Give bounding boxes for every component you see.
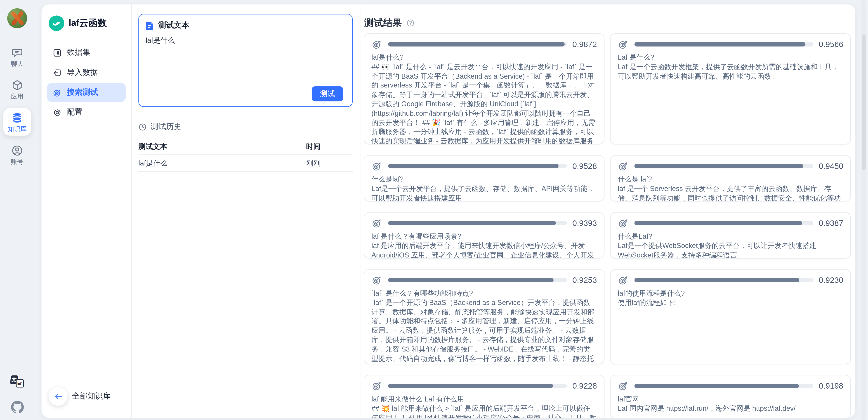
sidebar-item-label: 搜索测试 [67,88,98,97]
result-question: laf官网 [618,395,843,404]
result-answer: ## 👀 `laf` 是什么 - `laf` 是云开发平台，可以快速的开发应用 … [371,62,597,145]
rail-item-knowledge-base[interactable]: 知识库 [3,108,31,136]
score-value: 0.9528 [572,161,597,171]
target-icon [371,160,382,172]
result-card: 0.9393 laf 是什么？有哪些应用场景? laf 是应用的后端开发平台，能… [364,212,604,259]
result-answer: Laf是一个云开发平台，提供了云函数、存储、数据库、API网关等功能，可以帮助开… [371,184,597,202]
test-text-header: 测试文本 [146,21,345,31]
score-value: 0.9230 [819,276,843,284]
sidebar-item-label: 导入数据 [67,68,98,78]
score-bar-fill [634,278,800,282]
target-icon [53,88,62,97]
cube-icon [11,79,23,91]
result-answer: ## 💥 laf 能用来做什么 > `laf` 是应用的后端开发平台，理论上可以… [371,404,597,418]
score-bar-fill [634,221,802,226]
result-card: 0.9198 laf官网 Laf 国内官网是 https://laf.run/，… [610,375,851,418]
score-value: 0.9253 [572,276,597,284]
score-bar-track [388,164,567,169]
result-card-header: 0.9253 [371,275,597,286]
test-history-title: 测试历史 [151,122,182,132]
result-card-header: 0.9230 [618,275,843,286]
target-icon [371,380,382,391]
sidebar-item-search-test[interactable]: 搜索测试 [47,83,126,102]
language-switch-icon[interactable]: 文 En [11,375,24,387]
score-value: 0.9450 [819,161,843,171]
score-value: 0.9198 [819,381,843,390]
rail-item-label: 应用 [11,93,24,99]
help-icon[interactable] [406,19,415,27]
rail-item-label: 账号 [11,158,24,165]
app-window: 聊天 应用 知识库 [0,0,868,420]
kb-sidebar: laf云函数 数据集 导入数据 [41,4,132,418]
result-question: 什么是Laf? [618,232,843,241]
result-card-header: 0.9872 [371,39,597,50]
score-bar-track [634,164,813,169]
rail-item-apps[interactable]: 应用 [3,75,31,103]
back-to-kb-list-button[interactable] [49,387,68,406]
sidebar-item-dataset[interactable]: 数据集 [47,43,126,62]
target-icon [618,39,629,50]
dataset-icon [53,48,62,57]
sidebar-item-label: 数据集 [67,48,90,58]
score-bar-fill [634,164,804,169]
sidebar-item-import-data[interactable]: 导入数据 [47,63,126,82]
history-header-row: 测试文本 时间 [138,138,352,154]
score-value: 0.9566 [819,40,843,49]
rail-bottom: 文 En [0,375,34,414]
left-rail: 聊天 应用 知识库 [0,0,34,420]
history-row-text: laf是什么 [138,158,306,168]
results-grid: 0.9872 laf是什么? ## 👀 `laf` 是什么 - `laf` 是云… [364,33,851,418]
result-card-header: 0.9387 [618,217,843,229]
database-icon [11,112,23,124]
github-icon[interactable] [11,400,24,413]
import-icon [53,68,62,77]
score-bar-track [388,384,567,388]
run-test-button[interactable]: 测试 [312,86,343,101]
result-card: 0.9872 laf是什么? ## 👀 `laf` 是什么 - `laf` 是云… [364,33,604,145]
kb-logo-icon [49,16,64,31]
score-bar-track [388,221,567,226]
rail-item-account[interactable]: 账号 [3,141,31,168]
rail-item-chat[interactable]: 聊天 [3,43,31,70]
result-question: laf的使用流程是什么? [618,289,843,298]
score-bar-fill [388,384,553,388]
result-question: laf是什么? [371,53,597,62]
score-bar-track [634,384,813,388]
kb-menu: 数据集 导入数据 搜索测试 [47,43,126,122]
result-card-header: 0.9528 [371,160,597,172]
result-question: laf 能用来做什么 Laf 有什么用 [371,395,597,404]
arrow-left-icon [53,391,63,401]
test-history-header: 测试历史 [138,122,352,132]
result-question: `laf` 是什么？有哪些功能和特点? [371,289,597,298]
score-bar-track [634,278,813,282]
test-text-box[interactable]: 测试文本 laf是什么 测试 [138,14,352,107]
test-text-input[interactable]: laf是什么 [146,35,345,74]
history-row[interactable]: laf是什么 刚刚 [138,154,352,172]
test-history-table: 测试文本 时间 laf是什么 刚刚 [138,138,352,172]
score-bar-track [388,278,567,282]
score-value: 0.9393 [572,218,597,228]
result-answer: 使用laf的流程如下: [618,298,843,308]
target-icon [371,217,382,229]
result-card: 0.9387 什么是Laf? Laf是一个提供WebSocket服务的云平台，可… [610,212,851,259]
score-bar-track [634,42,813,47]
kb-title: laf云函数 [69,17,107,29]
result-card-header: 0.9228 [371,380,597,391]
kb-header: laf云函数 [47,16,126,31]
kb-footer: 全部知识库 [47,387,126,406]
result-card-header: 0.9566 [618,39,843,50]
clock-icon [138,122,147,131]
result-answer: laf 是应用的后端开发平台，能用来快速开发微信小程序/公众号、开发 Andro… [371,241,597,259]
user-icon [11,145,23,157]
sidebar-item-config[interactable]: 配置 [47,103,126,122]
history-row-time: 刚刚 [306,158,352,168]
results-panel: 测试结果 0.9872 laf是什么? ## 👀 `laf` 是什么 [360,4,855,418]
rail-item-label: 知识库 [8,126,27,132]
score-bar-fill [388,164,559,169]
result-answer: Laf 是一个云函数开发框架，提供了云函数开发所需的基础设施和工具，可以帮助开发… [618,62,843,81]
avatar[interactable] [7,8,27,28]
translate-en-badge: En [16,379,24,387]
result-card: 0.9450 什么是 laf? laf 是一个 Serverless 云开发平台… [610,155,851,202]
page-scrollbar-thumb[interactable] [862,34,866,170]
result-card-header: 0.9450 [618,160,843,172]
